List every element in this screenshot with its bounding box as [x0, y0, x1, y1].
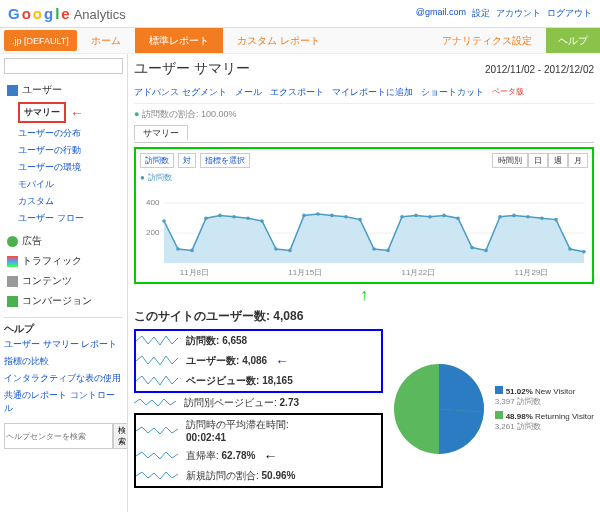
- sparkline: [134, 396, 176, 410]
- x-tick: 11月15日: [288, 267, 322, 278]
- sidebar-group-audience[interactable]: ユーザー: [4, 80, 123, 100]
- gran-month[interactable]: 月: [568, 153, 588, 168]
- line-chart: 400 200: [140, 185, 588, 265]
- svg-point-17: [344, 215, 348, 219]
- svg-point-34: [582, 250, 586, 254]
- tab-custom-report[interactable]: カスタム レポート: [223, 28, 334, 53]
- svg-point-20: [386, 249, 390, 253]
- annotation-arrow-black: ←: [263, 448, 277, 464]
- sidebar-group-traffic[interactable]: トラフィック: [4, 251, 123, 271]
- x-tick: 11月8日: [180, 267, 209, 278]
- toolbar-export[interactable]: エクスポート: [270, 86, 324, 99]
- svg-text:200: 200: [146, 228, 160, 237]
- tab-standard-report[interactable]: 標準レポート: [135, 28, 223, 53]
- search-input[interactable]: [4, 58, 123, 74]
- user-email: @gmail.com: [416, 7, 466, 20]
- svg-point-8: [218, 214, 222, 218]
- conversion-icon: [7, 296, 18, 307]
- svg-point-28: [498, 215, 502, 219]
- svg-point-26: [470, 246, 474, 250]
- svg-point-16: [330, 214, 334, 218]
- toolbar-segment[interactable]: アドバンス セグメント: [134, 86, 227, 99]
- svg-point-19: [372, 247, 376, 251]
- sidebar-group-content[interactable]: コンテンツ: [4, 271, 123, 291]
- gran-week[interactable]: 週: [548, 153, 568, 168]
- help-search-button[interactable]: 検索: [113, 423, 128, 449]
- sparkline: [136, 449, 178, 463]
- svg-point-27: [484, 249, 488, 253]
- svg-point-18: [358, 218, 362, 222]
- annotation-arrow-blue: ←: [275, 353, 289, 369]
- svg-point-5: [176, 247, 180, 251]
- toolbar-addreport[interactable]: マイレポートに追加: [332, 86, 413, 99]
- metrics-box-blue: 訪問数: 6,658 ユーザー数: 4,086← ページビュー数: 18,165: [134, 329, 383, 393]
- toolbar-shortcut[interactable]: ショートカット: [421, 86, 484, 99]
- sidebar-item[interactable]: ユーザーの行動: [14, 142, 123, 159]
- svg-point-4: [162, 219, 166, 223]
- svg-point-13: [288, 249, 292, 253]
- help-search-input[interactable]: [4, 423, 113, 449]
- link-logout[interactable]: ログアウト: [547, 7, 592, 20]
- x-tick: 11月22日: [401, 267, 435, 278]
- pie-chart: [389, 359, 489, 459]
- svg-point-14: [302, 214, 306, 218]
- sidebar-item[interactable]: ユーザーの分布: [14, 125, 123, 142]
- sidebar-item[interactable]: カスタム: [14, 193, 123, 210]
- legend-swatch-new: [495, 386, 503, 394]
- toolbar-mail[interactable]: メール: [235, 86, 262, 99]
- sidebar-item[interactable]: ユーザー フロー: [14, 210, 123, 227]
- tab-help[interactable]: ヘルプ: [546, 28, 600, 53]
- metrics-box-black: 訪問時の平均滞在時間:00:02:41 直帰率: 62.78%← 新規訪問の割合…: [134, 413, 383, 488]
- sparkline: [136, 469, 178, 483]
- chart-legend: 訪問数: [140, 170, 588, 185]
- sparkline: [136, 424, 178, 438]
- user-icon: [7, 85, 18, 96]
- link-settings[interactable]: 設定: [472, 7, 490, 20]
- chart-metric[interactable]: 訪問数: [140, 153, 174, 168]
- svg-point-29: [512, 214, 516, 218]
- date-range[interactable]: 2012/11/02 - 2012/12/02: [485, 64, 594, 75]
- sidebar-group-ads[interactable]: 広告: [4, 231, 123, 251]
- svg-point-31: [540, 216, 544, 220]
- svg-point-11: [260, 219, 264, 223]
- gran-day[interactable]: 日: [528, 153, 548, 168]
- chart-metric2[interactable]: 指標を選択: [200, 153, 250, 168]
- link-account[interactable]: アカウント: [496, 7, 541, 20]
- logo: GoogleAnalytics: [8, 5, 126, 22]
- help-link[interactable]: ユーザー サマリー レポート: [4, 336, 123, 353]
- annotation-arrow-red: ←: [70, 105, 84, 121]
- sidebar-item-summary[interactable]: サマリー: [18, 102, 66, 123]
- subtab-summary[interactable]: サマリー: [134, 125, 188, 140]
- svg-point-10: [246, 216, 250, 220]
- help-link[interactable]: 指標の比較: [4, 353, 123, 370]
- line-chart-box: 訪問数 対 指標を選択 時間別 日 週 月 訪問数 400 200 11月8日 …: [134, 147, 594, 284]
- svg-point-12: [274, 247, 278, 251]
- svg-point-24: [442, 214, 446, 218]
- property-badge[interactable]: .jp [DEFAULT]: [4, 30, 77, 51]
- tab-admin[interactable]: アナリティクス設定: [428, 28, 546, 53]
- visit-pct: ● 訪問数の割合: 100.00%: [134, 104, 594, 125]
- gran-hour[interactable]: 時間別: [492, 153, 528, 168]
- sidebar-item[interactable]: ユーザーの環境: [14, 159, 123, 176]
- ad-icon: [7, 236, 18, 247]
- beta-badge: ベータ版: [492, 86, 524, 99]
- pie-legend: 51.02% New Visitor3,397 訪問数 48.98% Retur…: [495, 384, 594, 434]
- help-link[interactable]: 共通のレポート コントロール: [4, 387, 123, 417]
- sidebar-group-conversion[interactable]: コンバージョン: [4, 291, 123, 311]
- sidebar-item[interactable]: モバイル: [14, 176, 123, 193]
- users-title: このサイトのユーザー数: 4,086: [134, 304, 594, 329]
- help-link[interactable]: インタラクティブな表の使用: [4, 370, 123, 387]
- svg-point-25: [456, 216, 460, 220]
- svg-point-21: [400, 215, 404, 219]
- svg-point-22: [414, 214, 418, 218]
- legend-swatch-returning: [495, 411, 503, 419]
- content-icon: [7, 276, 18, 287]
- svg-point-32: [554, 218, 558, 222]
- svg-point-7: [204, 216, 208, 220]
- annotation-arrow-green: ↑: [134, 286, 594, 304]
- svg-point-33: [568, 247, 572, 251]
- traffic-icon: [7, 256, 18, 267]
- tab-home[interactable]: ホーム: [77, 28, 135, 53]
- sparkline: [136, 374, 178, 388]
- svg-point-9: [232, 215, 236, 219]
